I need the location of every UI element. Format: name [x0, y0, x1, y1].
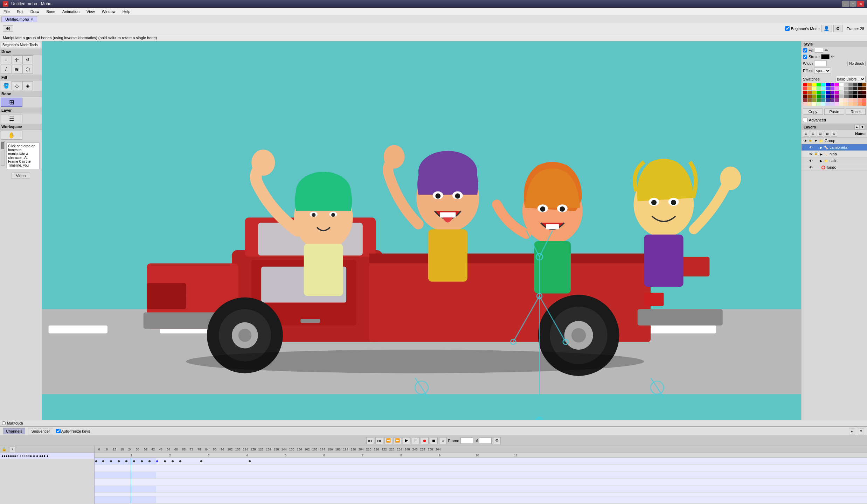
color-swatch-cell[interactable] — [817, 91, 821, 94]
polygon-tool[interactable]: ⬡ — [22, 65, 33, 74]
color-swatch-cell[interactable] — [803, 87, 807, 90]
color-swatch-cell[interactable] — [862, 102, 866, 106]
tl-collapse-btn[interactable]: ▼ — [858, 428, 864, 434]
close-button[interactable]: ✕ — [857, 1, 864, 7]
color-swatch-cell[interactable] — [862, 98, 866, 102]
color-swatch-cell[interactable] — [812, 98, 816, 102]
copy-button[interactable]: Copy — [803, 108, 823, 115]
layer-tool-2[interactable]: ⊟ — [810, 131, 816, 136]
track-row-3[interactable] — [95, 472, 867, 479]
color-swatch-cell[interactable] — [821, 91, 825, 94]
auto-freeze-checkbox[interactable] — [56, 429, 61, 433]
layer-expand-nina[interactable]: ▶ — [820, 152, 823, 156]
profile-btn[interactable]: 👤 — [821, 25, 832, 32]
menu-file[interactable]: File — [1, 9, 12, 14]
color-swatch-cell[interactable] — [830, 91, 834, 94]
paint-fill-tool[interactable]: ◇ — [12, 81, 22, 90]
layer-eye-calle[interactable]: 👁 — [809, 158, 813, 163]
color-swatch-cell[interactable] — [839, 94, 844, 98]
stroke-checkbox[interactable] — [803, 55, 807, 59]
advanced-checkbox[interactable] — [803, 118, 807, 122]
color-swatch-cell[interactable] — [862, 91, 866, 94]
width-input[interactable]: 9 — [814, 61, 827, 66]
sequencer-btn[interactable]: Sequencer — [28, 428, 53, 434]
color-swatch-cell[interactable] — [803, 102, 807, 106]
track-row-4[interactable] — [95, 479, 867, 486]
bucket-fill-tool[interactable]: 🪣 — [1, 81, 11, 90]
layer-lock-calle[interactable] — [814, 159, 818, 163]
menu-window[interactable]: Window — [100, 9, 118, 14]
tl-expand-btn[interactable]: ▲ — [849, 428, 855, 434]
color-swatch-cell[interactable] — [812, 87, 816, 90]
total-frames-input[interactable]: 48 — [479, 438, 492, 444]
color-swatch-cell[interactable] — [821, 102, 825, 106]
delete-fill-tool[interactable]: ◈ — [22, 81, 33, 90]
panel-scrollbar[interactable] — [1, 141, 5, 166]
color-swatch-cell[interactable] — [848, 91, 853, 94]
freehand-tool[interactable]: / — [1, 65, 11, 74]
step-back-btn[interactable]: ⏪ — [384, 437, 392, 444]
color-swatch-cell[interactable] — [830, 87, 834, 90]
color-swatch-cell[interactable] — [844, 87, 848, 90]
layer-expand-group[interactable]: ▼ — [814, 139, 818, 143]
stop-btn[interactable]: ⏹ — [430, 437, 438, 444]
add-channel-btn[interactable]: + — [10, 447, 15, 452]
layer-group[interactable]: 👁 🔒 ▼ 📁 Group — [802, 138, 867, 144]
current-frame-input[interactable]: 28 — [460, 438, 473, 444]
play-btn[interactable]: ▶ — [403, 437, 410, 444]
color-swatch-cell[interactable] — [844, 102, 848, 106]
menu-edit[interactable]: Edit — [15, 9, 26, 14]
multitouch-checkbox[interactable] — [2, 421, 6, 425]
color-swatch-cell[interactable] — [839, 87, 844, 90]
layer-eye-camioneta[interactable]: 👁 — [809, 145, 813, 150]
rotate-tool[interactable]: ↺ — [22, 55, 33, 64]
minimize-button[interactable]: ─ — [842, 1, 849, 7]
color-swatch-cell[interactable] — [807, 98, 812, 102]
tab-close-icon[interactable]: ✕ — [30, 18, 33, 21]
loop-btn[interactable]: ○ — [439, 437, 447, 444]
color-swatch-cell[interactable] — [830, 94, 834, 98]
color-swatch-cell[interactable] — [821, 87, 825, 90]
color-swatch-cell[interactable] — [858, 102, 862, 106]
layers-scroll-down[interactable]: ▼ — [860, 125, 865, 130]
layer-fondo[interactable]: 👁 ⭕ fondo — [802, 164, 867, 171]
menu-view[interactable]: View — [84, 9, 97, 14]
fill-edit-icon[interactable]: ✏ — [825, 48, 828, 53]
color-swatch-cell[interactable] — [858, 83, 862, 86]
layer-tool-1[interactable]: ⊞ — [803, 131, 809, 136]
color-swatch-cell[interactable] — [848, 94, 853, 98]
no-brush-button[interactable]: No Brush — [847, 61, 866, 66]
color-swatch-cell[interactable] — [835, 102, 839, 106]
color-swatch-cell[interactable] — [853, 91, 857, 94]
color-swatch-cell[interactable] — [826, 94, 830, 98]
wave-tool[interactable]: ≋ — [12, 65, 22, 74]
lock-all-btn[interactable]: 🔒 — [0, 446, 8, 453]
color-swatch-cell[interactable] — [803, 94, 807, 98]
color-swatch-cell[interactable] — [803, 98, 807, 102]
color-swatch-cell[interactable] — [835, 98, 839, 102]
color-swatch-cell[interactable] — [826, 83, 830, 86]
color-swatch-cell[interactable] — [807, 91, 812, 94]
layer-calle[interactable]: 👁 ▶ 📁 calle — [802, 158, 867, 164]
record-btn[interactable]: ⏺ — [421, 437, 429, 444]
color-swatch-cell[interactable] — [848, 98, 853, 102]
toolbar-transform-btn[interactable]: ⊕| — [3, 25, 13, 32]
main-canvas[interactable] — [42, 41, 801, 420]
track-row-5[interactable] — [95, 486, 867, 493]
color-swatch-cell[interactable] — [835, 83, 839, 86]
layer-expand-camioneta[interactable]: ▶ — [820, 146, 823, 149]
fill-checkbox[interactable] — [803, 48, 807, 52]
menu-draw[interactable]: Draw — [28, 9, 42, 14]
layer-eye-fondo[interactable]: 👁 — [809, 165, 813, 170]
layer-lock-fondo[interactable] — [814, 165, 818, 169]
layers-scroll-up[interactable]: ▲ — [854, 125, 859, 130]
reset-button[interactable]: Reset — [846, 108, 866, 115]
layer-select-tool[interactable]: ☰ — [1, 114, 22, 123]
fill-color-swatch[interactable] — [815, 48, 823, 53]
effect-select[interactable]: <pu... — [814, 68, 831, 74]
color-swatch-cell[interactable] — [826, 87, 830, 90]
color-swatch-cell[interactable] — [807, 83, 812, 86]
color-swatch-cell[interactable] — [853, 83, 857, 86]
color-swatch-cell[interactable] — [848, 83, 853, 86]
beginners-mode-checkbox[interactable] — [785, 26, 790, 31]
